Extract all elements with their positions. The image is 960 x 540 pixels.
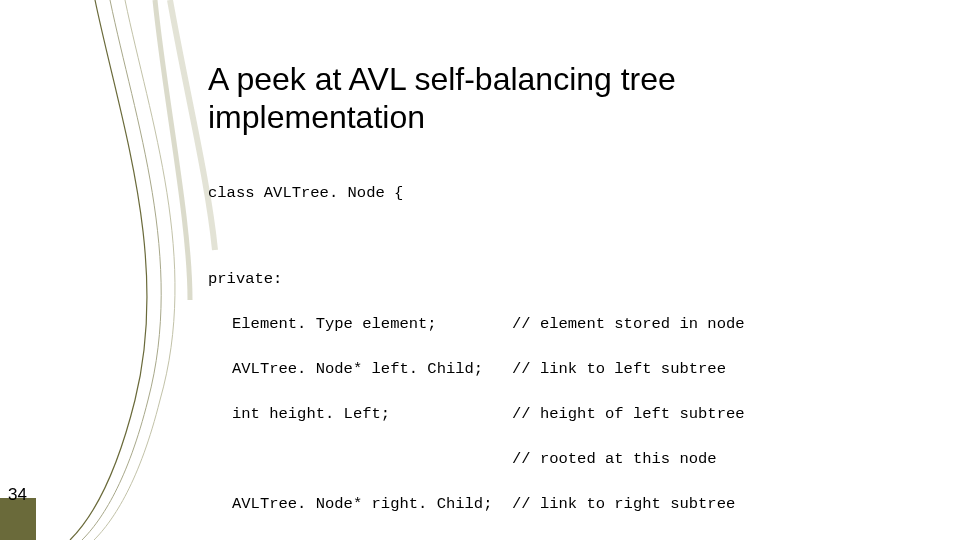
code-decl: AVLTree. Node* right. Child; [208,493,512,515]
code-comment: // link to left subtree [512,358,726,380]
code-decl: int height. Left; [208,403,512,425]
code-line: private: [208,268,754,290]
code-line: class AVLTree. Node { [208,182,754,204]
page-number: 34 [8,485,27,505]
decorative-curve [40,0,220,540]
code-comment: // rooted at this node [512,448,717,470]
title-line-2: implementation [208,99,425,135]
code-decl: Element. Type element; [208,313,512,335]
slide-title: A peek at AVL self-balancing tree implem… [208,60,676,137]
code-decl: AVLTree. Node* left. Child; [208,358,512,380]
slide: A peek at AVL self-balancing tree implem… [0,0,960,540]
code-comment: // element stored in node [512,313,745,335]
code-comment: // height of left subtree [512,403,745,425]
title-line-1: A peek at AVL self-balancing tree [208,61,676,97]
code-block: class AVLTree. Node { private: Element. … [208,160,754,540]
code-comment: // link to right subtree [512,493,735,515]
